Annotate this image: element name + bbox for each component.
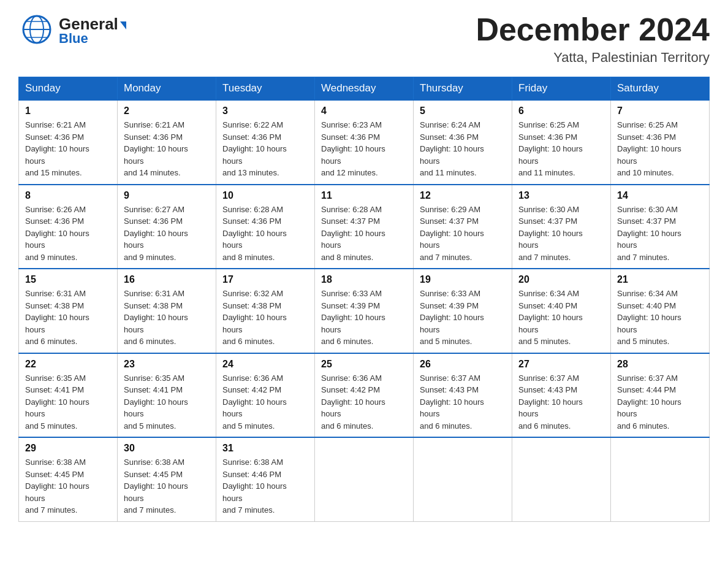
day-number: 24 (222, 359, 308, 370)
day-info: Sunrise: 6:21 AMSunset: 4:36 PMDaylight:… (25, 119, 111, 179)
calendar-cell: 5 Sunrise: 6:24 AMSunset: 4:36 PMDayligh… (414, 100, 512, 185)
day-info: Sunrise: 6:26 AMSunset: 4:36 PMDaylight:… (25, 204, 111, 264)
day-info: Sunrise: 6:36 AMSunset: 4:42 PMDaylight:… (222, 372, 308, 432)
col-tuesday: Tuesday (216, 77, 315, 101)
day-info: Sunrise: 6:23 AMSunset: 4:36 PMDaylight:… (321, 119, 407, 179)
calendar-table: Sunday Monday Tuesday Wednesday Thursday… (18, 77, 710, 522)
calendar-cell: 4 Sunrise: 6:23 AMSunset: 4:36 PMDayligh… (315, 100, 414, 185)
day-number: 9 (124, 190, 210, 201)
day-number: 6 (518, 105, 604, 117)
day-number: 28 (617, 359, 703, 370)
calendar-cell: 18 Sunrise: 6:33 AMSunset: 4:39 PMDaylig… (315, 269, 414, 353)
calendar-cell: 19 Sunrise: 6:33 AMSunset: 4:39 PMDaylig… (414, 269, 512, 353)
logo-general-text: General (59, 16, 118, 32)
calendar-cell: 31 Sunrise: 6:38 AMSunset: 4:46 PMDaylig… (216, 437, 315, 521)
calendar-cell: 22 Sunrise: 6:35 AMSunset: 4:41 PMDaylig… (19, 353, 118, 438)
calendar-cell (611, 437, 710, 521)
calendar-cell: 6 Sunrise: 6:25 AMSunset: 4:36 PMDayligh… (512, 100, 611, 185)
calendar-cell: 9 Sunrise: 6:27 AMSunset: 4:36 PMDayligh… (118, 185, 216, 269)
day-number: 21 (617, 274, 703, 285)
title-area: December 2024 Yatta, Palestinian Territo… (476, 12, 710, 66)
day-info: Sunrise: 6:34 AMSunset: 4:40 PMDaylight:… (617, 288, 703, 348)
day-info: Sunrise: 6:33 AMSunset: 4:39 PMDaylight:… (321, 288, 407, 348)
day-info: Sunrise: 6:22 AMSunset: 4:36 PMDaylight:… (222, 119, 308, 179)
calendar-week-row: 29 Sunrise: 6:38 AMSunset: 4:45 PMDaylig… (19, 437, 710, 521)
day-number: 30 (124, 443, 210, 454)
col-saturday: Saturday (611, 77, 710, 101)
calendar-week-row: 15 Sunrise: 6:31 AMSunset: 4:38 PMDaylig… (19, 269, 710, 353)
calendar-header: Sunday Monday Tuesday Wednesday Thursday… (19, 77, 710, 101)
logo-triangle-icon (120, 21, 126, 29)
calendar-cell: 10 Sunrise: 6:28 AMSunset: 4:36 PMDaylig… (216, 185, 315, 269)
day-number: 4 (321, 105, 407, 117)
calendar-cell (512, 437, 611, 521)
day-info: Sunrise: 6:21 AMSunset: 4:36 PMDaylight:… (124, 119, 210, 179)
calendar-cell: 15 Sunrise: 6:31 AMSunset: 4:38 PMDaylig… (19, 269, 118, 353)
day-info: Sunrise: 6:35 AMSunset: 4:41 PMDaylight:… (124, 372, 210, 432)
calendar-cell (315, 437, 414, 521)
calendar-cell: 17 Sunrise: 6:32 AMSunset: 4:38 PMDaylig… (216, 269, 315, 353)
day-number: 16 (124, 274, 210, 285)
day-info: Sunrise: 6:28 AMSunset: 4:36 PMDaylight:… (222, 204, 308, 264)
calendar-cell: 11 Sunrise: 6:28 AMSunset: 4:37 PMDaylig… (315, 185, 414, 269)
calendar-cell (414, 437, 512, 521)
day-number: 12 (420, 190, 506, 201)
day-number: 1 (25, 105, 111, 117)
calendar-cell: 24 Sunrise: 6:36 AMSunset: 4:42 PMDaylig… (216, 353, 315, 438)
calendar-cell: 8 Sunrise: 6:26 AMSunset: 4:36 PMDayligh… (19, 185, 118, 269)
col-thursday: Thursday (414, 77, 512, 101)
day-number: 8 (25, 190, 111, 201)
day-info: Sunrise: 6:38 AMSunset: 4:45 PMDaylight:… (25, 456, 111, 516)
calendar-cell: 26 Sunrise: 6:37 AMSunset: 4:43 PMDaylig… (414, 353, 512, 438)
day-info: Sunrise: 6:25 AMSunset: 4:36 PMDaylight:… (617, 119, 703, 179)
day-info: Sunrise: 6:36 AMSunset: 4:42 PMDaylight:… (321, 372, 407, 432)
calendar-body: 1 Sunrise: 6:21 AMSunset: 4:36 PMDayligh… (19, 100, 710, 521)
day-info: Sunrise: 6:33 AMSunset: 4:39 PMDaylight:… (420, 288, 506, 348)
calendar-cell: 7 Sunrise: 6:25 AMSunset: 4:36 PMDayligh… (611, 100, 710, 185)
day-info: Sunrise: 6:25 AMSunset: 4:36 PMDaylight:… (518, 119, 604, 179)
calendar-cell: 28 Sunrise: 6:37 AMSunset: 4:44 PMDaylig… (611, 353, 710, 438)
calendar-cell: 2 Sunrise: 6:21 AMSunset: 4:36 PMDayligh… (118, 100, 216, 185)
calendar-cell: 27 Sunrise: 6:37 AMSunset: 4:43 PMDaylig… (512, 353, 611, 438)
calendar-cell: 13 Sunrise: 6:30 AMSunset: 4:37 PMDaylig… (512, 185, 611, 269)
day-info: Sunrise: 6:31 AMSunset: 4:38 PMDaylight:… (25, 288, 111, 348)
col-monday: Monday (118, 77, 216, 101)
col-sunday: Sunday (19, 77, 118, 101)
day-info: Sunrise: 6:24 AMSunset: 4:36 PMDaylight:… (420, 119, 506, 179)
calendar-cell: 30 Sunrise: 6:38 AMSunset: 4:45 PMDaylig… (118, 437, 216, 521)
day-info: Sunrise: 6:30 AMSunset: 4:37 PMDaylight:… (617, 204, 703, 264)
logo: General Blue (18, 12, 126, 49)
calendar-week-row: 22 Sunrise: 6:35 AMSunset: 4:41 PMDaylig… (19, 353, 710, 438)
calendar-cell: 12 Sunrise: 6:29 AMSunset: 4:37 PMDaylig… (414, 185, 512, 269)
day-number: 22 (25, 359, 111, 370)
calendar-cell: 14 Sunrise: 6:30 AMSunset: 4:37 PMDaylig… (611, 185, 710, 269)
logo-blue-text: Blue (59, 32, 126, 45)
day-info: Sunrise: 6:27 AMSunset: 4:36 PMDaylight:… (124, 204, 210, 264)
day-number: 14 (617, 190, 703, 201)
day-number: 19 (420, 274, 506, 285)
day-number: 20 (518, 274, 604, 285)
day-info: Sunrise: 6:38 AMSunset: 4:45 PMDaylight:… (124, 456, 210, 516)
day-number: 5 (420, 105, 506, 117)
day-number: 26 (420, 359, 506, 370)
day-number: 13 (518, 190, 604, 201)
location-subtitle: Yatta, Palestinian Territory (476, 50, 710, 66)
day-info: Sunrise: 6:35 AMSunset: 4:41 PMDaylight:… (25, 372, 111, 432)
day-number: 23 (124, 359, 210, 370)
day-number: 11 (321, 190, 407, 201)
day-number: 15 (25, 274, 111, 285)
day-number: 18 (321, 274, 407, 285)
day-info: Sunrise: 6:37 AMSunset: 4:43 PMDaylight:… (420, 372, 506, 432)
day-number: 29 (25, 443, 111, 454)
calendar-cell: 3 Sunrise: 6:22 AMSunset: 4:36 PMDayligh… (216, 100, 315, 185)
month-year-title: December 2024 (476, 12, 710, 47)
calendar-cell: 21 Sunrise: 6:34 AMSunset: 4:40 PMDaylig… (611, 269, 710, 353)
day-info: Sunrise: 6:38 AMSunset: 4:46 PMDaylight:… (222, 456, 308, 516)
calendar-cell: 25 Sunrise: 6:36 AMSunset: 4:42 PMDaylig… (315, 353, 414, 438)
col-friday: Friday (512, 77, 611, 101)
day-number: 3 (222, 105, 308, 117)
calendar-cell: 16 Sunrise: 6:31 AMSunset: 4:38 PMDaylig… (118, 269, 216, 353)
day-info: Sunrise: 6:37 AMSunset: 4:43 PMDaylight:… (518, 372, 604, 432)
day-number: 10 (222, 190, 308, 201)
day-info: Sunrise: 6:30 AMSunset: 4:37 PMDaylight:… (518, 204, 604, 264)
